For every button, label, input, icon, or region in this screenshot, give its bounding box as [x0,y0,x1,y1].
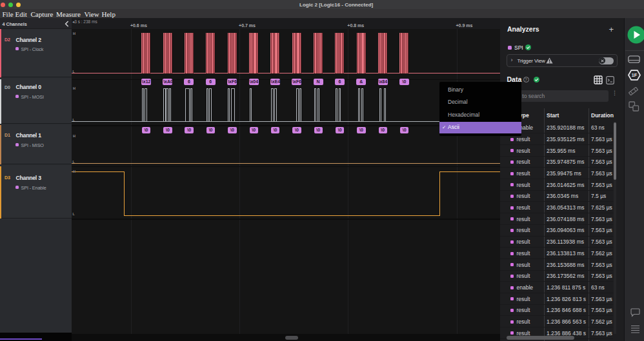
svg-text:1F: 1F [631,72,637,78]
